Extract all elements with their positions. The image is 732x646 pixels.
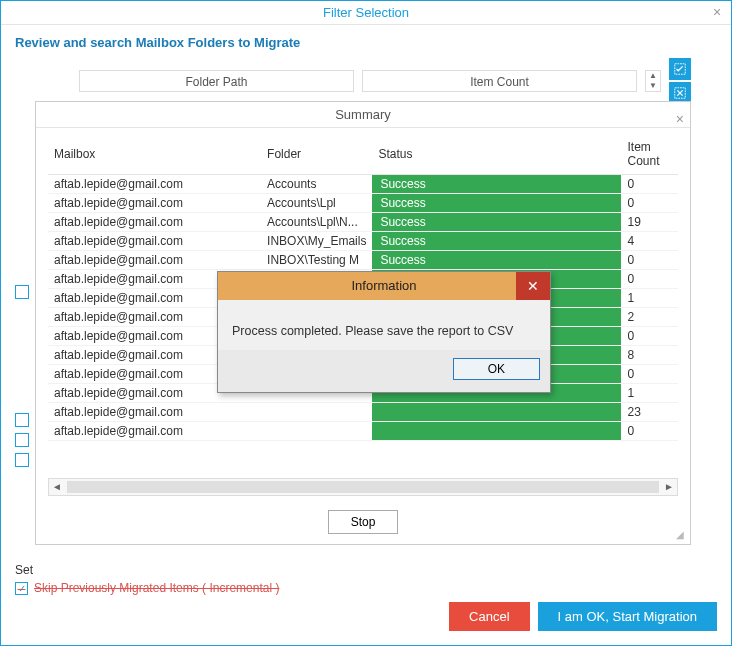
cell-folder <box>261 422 372 441</box>
select-all-button[interactable] <box>669 58 691 80</box>
col-header-count[interactable]: Item Count <box>621 134 678 175</box>
table-row[interactable]: aftab.lepide@gmail.comINBOX\Testing MSuc… <box>48 251 678 270</box>
footer-buttons: Cancel I am OK, Start Migration <box>449 602 717 631</box>
cell-folder <box>261 403 372 422</box>
stop-button[interactable]: Stop <box>328 510 399 534</box>
scroll-right-icon[interactable]: ► <box>661 479 677 495</box>
information-dialog: Information ✕ Process completed. Please … <box>217 271 551 393</box>
cell-mailbox: aftab.lepide@gmail.com <box>48 194 261 213</box>
cancel-button[interactable]: Cancel <box>449 602 529 631</box>
chevron-down-icon[interactable]: ▼ <box>646 81 660 91</box>
table-row[interactable]: aftab.lepide@gmail.comAccountsSuccess0 <box>48 175 678 194</box>
summary-title: Summary <box>335 107 391 122</box>
dialog-titlebar: Information ✕ <box>218 272 550 300</box>
dialog-title: Information <box>351 278 416 293</box>
row-checkbox[interactable] <box>15 285 29 299</box>
cell-count: 4 <box>621 232 678 251</box>
cell-mailbox: aftab.lepide@gmail.com <box>48 251 261 270</box>
set-label: Set <box>15 563 717 577</box>
row-checkbox-group-a <box>15 285 31 305</box>
cell-count: 0 <box>621 365 678 384</box>
page-subtitle: Review and search Mailbox Folders to Mig… <box>1 25 731 58</box>
settings-area: Set Skip Previously Migrated Items ( Inc… <box>15 563 717 595</box>
cell-folder: INBOX\My_Emails <box>261 232 372 251</box>
cell-mailbox: aftab.lepide@gmail.com <box>48 232 261 251</box>
skip-option-row: Skip Previously Migrated Items ( Increme… <box>15 581 717 595</box>
cell-count: 0 <box>621 175 678 194</box>
dialog-footer: OK <box>218 350 550 392</box>
cell-status <box>372 422 621 441</box>
window-title: Filter Selection <box>323 5 409 20</box>
cell-mailbox: aftab.lepide@gmail.com <box>48 175 261 194</box>
row-checkbox[interactable] <box>15 433 29 447</box>
cell-folder: INBOX\Testing M <box>261 251 372 270</box>
cell-status: Success <box>372 213 621 232</box>
cell-mailbox: aftab.lepide@gmail.com <box>48 422 261 441</box>
cell-folder: Accounts\Lpl <box>261 194 372 213</box>
sort-spinner[interactable]: ▲ ▼ <box>645 70 661 92</box>
table-row[interactable]: aftab.lepide@gmail.com23 <box>48 403 678 422</box>
filter-header-row: Folder Path Item Count ▲ ▼ <box>1 58 731 104</box>
resize-grip-icon[interactable]: ◢ <box>676 529 684 540</box>
cell-count: 0 <box>621 194 678 213</box>
cell-status: Success <box>372 194 621 213</box>
cell-count: 1 <box>621 384 678 403</box>
close-icon[interactable]: × <box>709 5 725 21</box>
close-icon[interactable]: ✕ <box>516 272 550 300</box>
cell-status: Success <box>372 251 621 270</box>
scroll-track[interactable] <box>67 481 659 493</box>
skip-checkbox[interactable] <box>15 582 28 595</box>
skip-label: Skip Previously Migrated Items ( Increme… <box>34 581 279 595</box>
table-row[interactable]: aftab.lepide@gmail.comAccounts\LplSucces… <box>48 194 678 213</box>
cell-count: 0 <box>621 422 678 441</box>
cell-mailbox: aftab.lepide@gmail.com <box>48 213 261 232</box>
filter-col-item-count[interactable]: Item Count <box>362 70 637 92</box>
cell-count: 1 <box>621 289 678 308</box>
window-titlebar: Filter Selection × <box>1 1 731 25</box>
cell-folder: Accounts <box>261 175 372 194</box>
col-header-mailbox[interactable]: Mailbox <box>48 134 261 175</box>
ok-button[interactable]: OK <box>453 358 540 380</box>
cell-status: Success <box>372 232 621 251</box>
cell-count: 0 <box>621 270 678 289</box>
cell-count: 23 <box>621 403 678 422</box>
row-checkbox[interactable] <box>15 413 29 427</box>
cell-status <box>372 403 621 422</box>
table-row[interactable]: aftab.lepide@gmail.comINBOX\My_EmailsSuc… <box>48 232 678 251</box>
table-row[interactable]: aftab.lepide@gmail.comAccounts\Lpl\N...S… <box>48 213 678 232</box>
start-migration-button[interactable]: I am OK, Start Migration <box>538 602 717 631</box>
row-checkbox-group-b <box>15 413 31 473</box>
summary-footer: Stop ◢ <box>36 504 690 544</box>
cell-count: 0 <box>621 327 678 346</box>
cell-count: 8 <box>621 346 678 365</box>
close-icon[interactable]: × <box>676 106 684 132</box>
cell-count: 0 <box>621 251 678 270</box>
cell-status: Success <box>372 175 621 194</box>
row-checkbox[interactable] <box>15 453 29 467</box>
cell-mailbox: aftab.lepide@gmail.com <box>48 403 261 422</box>
table-row[interactable]: aftab.lepide@gmail.com0 <box>48 422 678 441</box>
cell-count: 19 <box>621 213 678 232</box>
col-header-status[interactable]: Status <box>372 134 621 175</box>
summary-titlebar: Summary × <box>36 102 690 128</box>
horizontal-scrollbar[interactable]: ◄ ► <box>48 478 678 496</box>
cell-count: 2 <box>621 308 678 327</box>
dialog-message: Process completed. Please save the repor… <box>218 300 550 350</box>
filter-col-folder-path[interactable]: Folder Path <box>79 70 354 92</box>
col-header-folder[interactable]: Folder <box>261 134 372 175</box>
scroll-left-icon[interactable]: ◄ <box>49 479 65 495</box>
chevron-up-icon[interactable]: ▲ <box>646 71 660 81</box>
cell-folder: Accounts\Lpl\N... <box>261 213 372 232</box>
